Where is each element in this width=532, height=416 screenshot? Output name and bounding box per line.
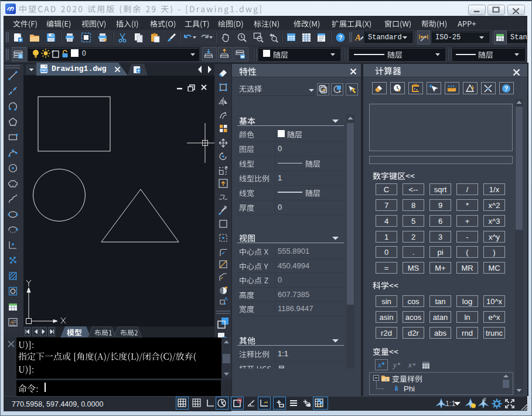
svg-text:x: x <box>408 360 412 369</box>
svg-text:?: ? <box>504 85 508 92</box>
svg-text:x: x <box>384 377 387 382</box>
svg-text:y: y <box>392 360 397 369</box>
svg-text:x: x <box>377 360 381 369</box>
